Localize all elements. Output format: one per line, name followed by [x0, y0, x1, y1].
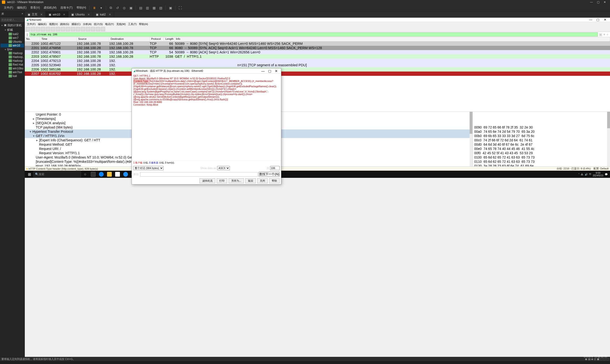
dlg-max[interactable]: ▢	[266, 69, 273, 73]
power-icon[interactable]: ▾	[98, 5, 104, 11]
packet-row[interactable]: 22011002.476858192.168.100.28192.168.100…	[25, 46, 610, 50]
show-as-select[interactable]: ASCII	[217, 166, 230, 170]
hex-row[interactable]: 00a0 74 65 6e 74 2d 54 79 70 65 3a 20	[474, 130, 609, 134]
taskbar-edge[interactable]	[97, 171, 105, 178]
tree-group[interactable]: ▾tjise	[0, 47, 24, 51]
hex-row[interactable]: 0120 3a 28 28 23 63 6f 6e 74 61 69 6e	[474, 164, 609, 166]
packet-row[interactable]: 22041002.479213192.168.100.28192.	[25, 59, 610, 63]
hex-row[interactable]: 00f0 42 45 52 5f 41 43 43 45 53 53 29	[474, 151, 609, 155]
ws-tb-icon[interactable]	[41, 27, 45, 31]
tray-vol-icon[interactable]: 🔊	[585, 173, 588, 176]
snapshot-icon[interactable]: ⧉	[108, 5, 114, 11]
ws-tb-icon[interactable]	[46, 27, 50, 31]
packet-bytes[interactable]: 0090 69 72 65 66 6f 78 2f 35 32 2e 3000a…	[473, 112, 610, 166]
ws-tb-icon[interactable]	[81, 27, 85, 31]
packet-row[interactable]: 22031002.478507192.168.100.78192.168.100…	[25, 54, 610, 59]
taskbar-cortana[interactable]: ○	[81, 171, 89, 178]
ws-tb-icon[interactable]	[51, 27, 55, 31]
minimize-button[interactable]: —	[588, 0, 595, 4]
dialog-button[interactable]: 打印	[217, 178, 227, 183]
start-button[interactable]: ⊞	[25, 171, 33, 178]
ws-tb-icon[interactable]	[31, 27, 35, 31]
conversation-select[interactable]: 整个对话 (984 bytes)	[133, 166, 164, 170]
tree-vm[interactable]: Ubuntu	[0, 40, 24, 44]
col-dst[interactable]: Destination	[109, 37, 150, 41]
col-src[interactable]: Source	[77, 37, 109, 41]
ws-tb-icon[interactable]	[71, 27, 75, 31]
tree-vm[interactable]: win7	[0, 36, 24, 40]
packet-row[interactable]: 22051002.523940192.168.100.28192. n=151 …	[25, 63, 610, 67]
menu-view[interactable]: 查看(V)	[28, 6, 42, 10]
filter-icon[interactable]: ▮	[25, 32, 29, 37]
snapshot-mgr-icon[interactable]: ◎	[122, 5, 127, 11]
ws-menu-item[interactable]: 帮助(H)	[138, 22, 149, 26]
tray-date[interactable]: 2024/5/15	[593, 174, 604, 177]
filter-input[interactable]	[29, 32, 598, 37]
ws-menu-item[interactable]: 统计(S)	[93, 22, 104, 26]
close-icon[interactable]: ✕	[109, 13, 111, 16]
layout3-icon[interactable]: ▦	[151, 5, 157, 11]
layout-icon[interactable]: ▤	[138, 5, 143, 11]
ws-menu-item[interactable]: 无线(W)	[115, 22, 127, 26]
scrollbar[interactable]	[470, 112, 472, 166]
scrollbar[interactable]	[607, 112, 610, 166]
layout4-icon[interactable]: ▧	[158, 5, 163, 11]
stream-content[interactable]: GET / HTTP/1.1 User-Agent: Mozilla/5.0 (…	[132, 74, 281, 160]
stream-number[interactable]	[270, 166, 280, 170]
dlg-close[interactable]: ✕	[273, 69, 280, 73]
tree-vm[interactable]: kali	[0, 74, 24, 78]
library-search-input[interactable]	[1, 18, 24, 22]
close-icon[interactable]: ✕	[88, 13, 90, 16]
dialog-button[interactable]: 另存为...	[229, 178, 244, 183]
ws-tb-icon[interactable]	[26, 27, 30, 31]
vm-tab[interactable]: ▣ kali2✕	[93, 12, 114, 17]
ws-menu-item[interactable]: 分析(A)	[82, 22, 93, 26]
dlg-min[interactable]: —	[260, 69, 266, 73]
taskbar-taskview[interactable]	[89, 171, 97, 178]
ws-tb-icon[interactable]	[66, 27, 70, 31]
ws-tb-icon[interactable]	[91, 27, 95, 31]
tray-ime-icon[interactable]: 中	[589, 173, 591, 176]
ws-menu-item[interactable]: 捕获(C)	[70, 22, 81, 26]
ws-tb-icon[interactable]	[86, 27, 90, 31]
hex-row[interactable]: 0110 65 6d 62 65 72 41 63 63 65 73 73	[474, 159, 609, 164]
taskbar-store[interactable]	[114, 171, 122, 178]
vm-tab[interactable]: ▣ 主页✕	[25, 12, 46, 17]
tree-vm[interactable]: win10	[0, 44, 24, 47]
tree-vm[interactable]: win7ise	[0, 70, 24, 74]
tray-time[interactable]: 9:59	[593, 172, 604, 174]
tree-vm[interactable]: Hadoop,	[0, 55, 24, 59]
tree-vm[interactable]: win10bu	[0, 66, 24, 70]
dialog-button[interactable]: 滤掉此流	[199, 178, 215, 183]
ws-menu-item[interactable]: 工具(T)	[127, 22, 138, 26]
console-icon[interactable]: ▣	[168, 5, 173, 11]
close-button[interactable]: ✕	[601, 0, 608, 4]
ws-min[interactable]: —	[587, 18, 594, 21]
tray-notif-icon[interactable]: 💬	[605, 173, 608, 176]
taskbar-explorer[interactable]	[105, 171, 114, 178]
menu-help[interactable]: 帮助(H)	[75, 6, 88, 10]
col-info[interactable]: Info	[174, 37, 610, 41]
hex-row[interactable]: 00d0 64 6d 3d 40 6f 67 6e 6c 2e 4f 67	[474, 142, 609, 147]
dialog-titlebar[interactable]: ◢ Wireshark · 追踪 HTTP 流 (tcp.stream eq 1…	[132, 68, 281, 74]
pause-icon[interactable]: ⏸	[92, 5, 97, 11]
col-no[interactable]: No.	[25, 37, 40, 41]
tree-root[interactable]: ▾▣ 我的计算机	[0, 23, 24, 28]
col-proto[interactable]: Protocol	[150, 37, 164, 41]
tree-vm[interactable]: Red Hat	[0, 63, 24, 66]
ws-menu-item[interactable]: 视图(V)	[48, 22, 59, 26]
dialog-button[interactable]: 帮助	[269, 178, 280, 183]
packet-row[interactable]: 22001002.467122192.168.100.78192.168.100…	[25, 41, 610, 46]
menu-tabs[interactable]: 选项卡(T)	[58, 6, 74, 10]
close-icon[interactable]: ✕	[40, 13, 43, 16]
ws-tb-icon[interactable]	[96, 27, 100, 31]
hex-row[interactable]: 0100 65 6d 62 65 72 41 63 63 65 73 73	[474, 155, 609, 159]
tray-up-icon[interactable]: ˄	[578, 173, 580, 176]
menu-edit[interactable]: 编辑(E)	[15, 6, 28, 10]
packet-row[interactable]: 22071002.616702192.168.100.28192. Len=0	[25, 72, 610, 76]
taskbar-search[interactable]: 🔍 搜索	[33, 171, 81, 177]
ws-menu-item[interactable]: 电话(Y)	[104, 22, 115, 26]
ws-max[interactable]: ▢	[594, 18, 601, 21]
ws-tb-icon[interactable]	[76, 27, 80, 31]
ws-menu-item[interactable]: 文件(F)	[26, 22, 37, 26]
